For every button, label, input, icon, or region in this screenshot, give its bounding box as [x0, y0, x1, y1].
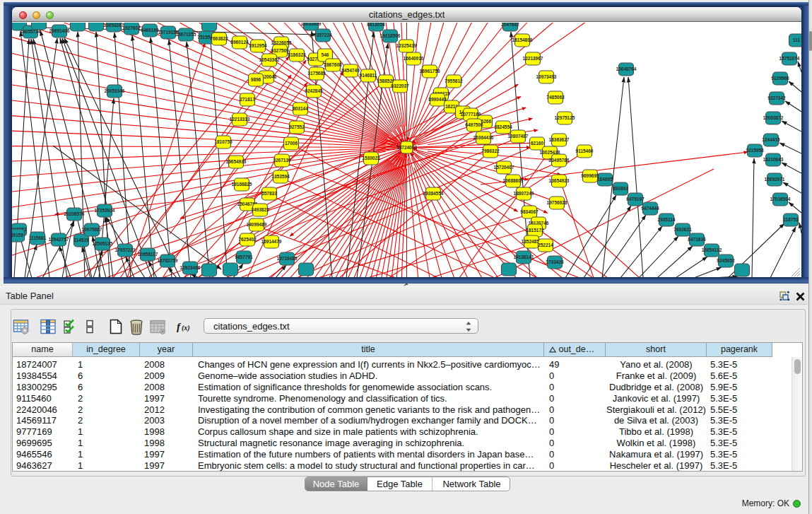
- svg-text:8454749: 8454749: [341, 68, 360, 73]
- svg-text:12505135: 12505135: [93, 241, 113, 246]
- svg-text:19384554: 19384554: [423, 191, 444, 196]
- svg-text:9327509: 9327509: [271, 48, 289, 53]
- svg-text:7986322: 7986322: [481, 148, 500, 153]
- svg-text:10688609: 10688609: [503, 178, 524, 183]
- svg-text:20206576: 20206576: [64, 211, 85, 216]
- svg-text:9474444: 9474444: [641, 206, 659, 211]
- svg-text:15720407: 15720407: [494, 165, 514, 170]
- svg-text:10958117: 10958117: [138, 252, 158, 257]
- svg-text:19166825: 19166825: [232, 182, 252, 187]
- svg-text:3824554: 3824554: [494, 124, 512, 129]
- svg-text:14136141: 14136141: [514, 255, 534, 259]
- svg-text:13716485: 13716485: [277, 256, 298, 261]
- svg-text:111: 111: [793, 37, 801, 42]
- svg-text:1815172: 1815172: [526, 228, 544, 233]
- svg-text:10648764: 10648764: [616, 66, 637, 71]
- svg-text:19218506: 19218506: [380, 33, 401, 38]
- svg-text:9115460: 9115460: [576, 148, 594, 153]
- svg-text:12975125: 12975125: [555, 115, 575, 120]
- svg-text:9245652: 9245652: [717, 258, 735, 263]
- svg-text:8322037: 8322037: [391, 83, 409, 88]
- svg-text:271817: 271817: [240, 97, 255, 102]
- svg-text:893893: 893893: [613, 186, 628, 191]
- svg-text:17957223: 17957223: [115, 247, 136, 252]
- svg-text:20691406: 20691406: [49, 28, 70, 33]
- svg-text:1810755: 1810755: [214, 139, 233, 144]
- svg-text:9834067: 9834067: [520, 209, 539, 214]
- svg-text:12942757: 12942757: [49, 237, 69, 242]
- svg-text:20364436: 20364436: [473, 135, 494, 140]
- svg-text:116753: 116753: [783, 217, 799, 222]
- svg-text:19654933: 19654933: [226, 159, 247, 164]
- svg-text:18807249: 18807249: [514, 191, 534, 196]
- svg-text:1527602: 1527602: [122, 25, 141, 30]
- svg-text:23495786: 23495786: [549, 158, 570, 163]
- svg-text:9227342: 9227342: [767, 95, 786, 100]
- svg-text:7625402: 7625402: [238, 237, 257, 242]
- svg-text:7663822: 7663822: [210, 36, 228, 41]
- svg-text:9129966: 9129966: [771, 76, 789, 81]
- svg-text:16671355: 16671355: [176, 32, 196, 37]
- svg-text:164095: 164095: [597, 177, 613, 182]
- svg-text:10653267: 10653267: [104, 23, 124, 28]
- svg-text:252214: 252214: [538, 243, 553, 247]
- svg-text:927552: 927552: [289, 124, 305, 129]
- svg-text:7955812: 7955812: [445, 78, 463, 83]
- svg-text:16033809: 16033809: [301, 23, 322, 26]
- svg-text:16210643: 16210643: [763, 157, 784, 162]
- svg-text:15692971: 15692971: [765, 177, 785, 182]
- svg-text:10807487: 10807487: [508, 134, 529, 139]
- svg-text:f: f: [177, 321, 182, 332]
- svg-text:6479197: 6479197: [626, 197, 645, 201]
- svg-text:1353594: 1353594: [271, 174, 290, 179]
- svg-text:20053346: 20053346: [105, 88, 125, 93]
- svg-text:3175685: 3175685: [307, 71, 326, 76]
- svg-text:9857791: 9857791: [235, 255, 253, 259]
- svg-text:8186323: 8186323: [288, 52, 306, 57]
- svg-text:18363627: 18363627: [549, 137, 570, 142]
- svg-text:12213313: 12213313: [230, 117, 250, 122]
- svg-text:2935114: 2935114: [658, 217, 676, 222]
- svg-text:546: 546: [322, 52, 329, 57]
- svg-text:10973493: 10973493: [536, 74, 557, 79]
- svg-text:9896: 9896: [251, 77, 261, 82]
- svg-text:1530023: 1530023: [362, 156, 380, 160]
- svg-text:7357224: 7357224: [314, 33, 332, 37]
- svg-text:12093872: 12093872: [763, 115, 784, 120]
- svg-text:12213967: 12213967: [523, 56, 543, 61]
- svg-text:(x): (x): [182, 324, 190, 332]
- svg-text:8960124: 8960124: [230, 40, 249, 45]
- svg-text:16782759: 16782759: [158, 258, 178, 263]
- svg-text:7632621: 7632621: [673, 227, 692, 232]
- svg-text:7485063: 7485063: [546, 95, 565, 100]
- svg-text:18724007: 18724007: [396, 145, 417, 150]
- svg-text:19756928: 19756928: [547, 200, 567, 205]
- svg-text:2867608: 2867608: [324, 62, 342, 67]
- svg-text:15751074: 15751074: [779, 56, 800, 61]
- svg-text:1244415: 1244415: [762, 137, 780, 142]
- svg-text:62160: 62160: [531, 141, 543, 146]
- svg-text:1733426: 1733426: [546, 259, 564, 264]
- svg-text:16961758: 16961758: [420, 69, 440, 74]
- svg-text:9699695: 9699695: [581, 173, 599, 178]
- svg-text:9242845: 9242845: [305, 88, 323, 93]
- svg-text:803144: 803144: [293, 106, 308, 111]
- svg-text:8471636: 8471636: [688, 237, 706, 242]
- svg-text:6466160: 6466160: [141, 28, 159, 33]
- svg-text:17006: 17006: [285, 141, 298, 146]
- svg-text:12325419: 12325419: [396, 43, 417, 48]
- svg-text:17016504: 17016504: [770, 197, 791, 201]
- svg-text:2047682: 2047682: [501, 23, 519, 27]
- svg-text:6497506: 6497506: [465, 122, 483, 127]
- svg-text:3215958: 3215958: [746, 148, 764, 153]
- svg-text:13654923: 13654923: [549, 178, 570, 183]
- svg-text:10975867: 10975867: [82, 227, 102, 232]
- svg-text:39159: 39159: [12, 233, 23, 238]
- svg-text:10543362: 10543362: [259, 57, 280, 62]
- svg-text:16154808: 16154808: [512, 37, 533, 42]
- svg-text:14099489: 14099489: [247, 222, 267, 227]
- svg-text:3912954: 3912954: [249, 43, 267, 48]
- svg-text:12823466: 12823466: [180, 265, 201, 270]
- svg-text:8990443: 8990443: [428, 97, 447, 102]
- svg-text:16914479: 16914479: [261, 239, 282, 244]
